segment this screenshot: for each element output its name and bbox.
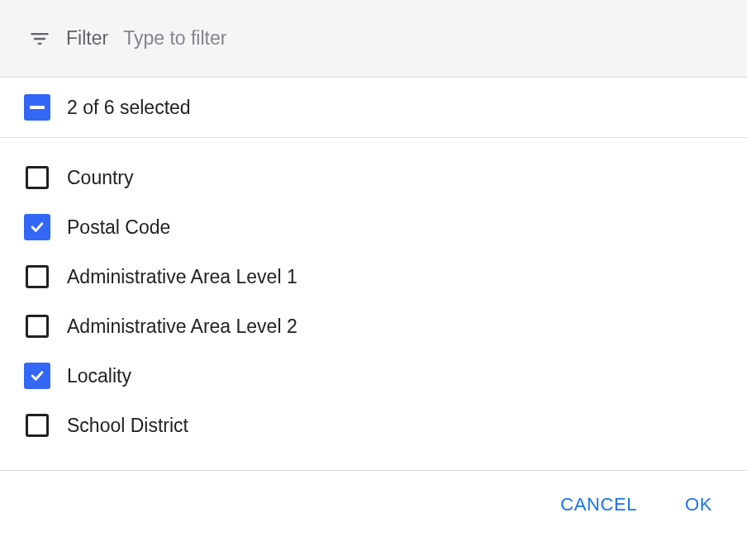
checkbox-checked-icon xyxy=(24,363,50,389)
checkbox-indeterminate-icon xyxy=(24,94,50,121)
option-admin-area-1[interactable]: Administrative Area Level 1 xyxy=(0,252,747,301)
option-label: Country xyxy=(67,167,134,189)
cancel-button[interactable]: CANCEL xyxy=(557,489,640,520)
dialog-actions: CANCEL OK xyxy=(0,471,747,539)
checkbox-admin-area-2[interactable] xyxy=(24,313,50,339)
option-country[interactable]: Country xyxy=(0,153,747,202)
checkbox-postal-code[interactable] xyxy=(24,214,50,240)
checkbox-admin-area-1[interactable] xyxy=(24,263,50,290)
options-list: Country Postal Code Administrative Area … xyxy=(0,138,747,471)
checkbox-unchecked-icon xyxy=(26,265,49,288)
option-label: Postal Code xyxy=(67,216,170,239)
checkbox-unchecked-icon xyxy=(26,166,49,189)
filter-icon xyxy=(28,27,51,50)
select-all-checkbox[interactable] xyxy=(24,94,50,121)
checkbox-locality[interactable] xyxy=(24,363,50,389)
filter-bar: Filter xyxy=(0,0,747,78)
option-label: Administrative Area Level 1 xyxy=(67,266,297,288)
checkbox-unchecked-icon xyxy=(26,315,49,338)
option-locality[interactable]: Locality xyxy=(0,351,747,401)
option-admin-area-2[interactable]: Administrative Area Level 2 xyxy=(0,301,747,351)
select-all-summary: 2 of 6 selected xyxy=(67,97,191,119)
ok-button[interactable]: OK xyxy=(682,489,716,520)
filter-input[interactable] xyxy=(123,27,719,50)
filter-label: Filter xyxy=(66,27,108,50)
filter-input-wrapper xyxy=(123,27,719,50)
option-school-district[interactable]: School District xyxy=(0,401,747,450)
checkbox-checked-icon xyxy=(24,214,50,240)
checkbox-country[interactable] xyxy=(24,164,50,191)
select-all-row[interactable]: 2 of 6 selected xyxy=(0,78,747,138)
checkbox-school-district[interactable] xyxy=(24,412,50,439)
checkbox-unchecked-icon xyxy=(26,414,49,437)
option-label: Administrative Area Level 2 xyxy=(67,316,297,338)
option-label: Locality xyxy=(67,365,131,387)
option-label: School District xyxy=(67,415,188,437)
option-postal-code[interactable]: Postal Code xyxy=(0,202,747,252)
